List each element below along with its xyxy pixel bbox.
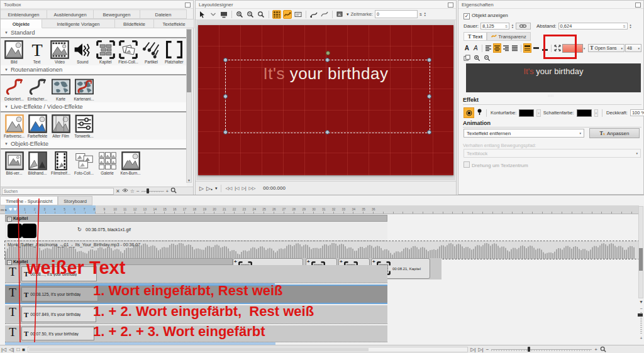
toolbox-item-karte[interactable]: Karte xyxy=(49,77,72,101)
text-item[interactable]: T00:08…, It's your birthday xyxy=(21,266,97,281)
align-justify-button[interactable] xyxy=(511,43,519,53)
toolbox-item-partikel[interactable]: Partikel xyxy=(140,40,162,64)
timeline-vscroll-thumb[interactable] xyxy=(639,248,643,271)
preview-zoom-out-icon[interactable] xyxy=(484,55,491,63)
expand-chapter-icon[interactable]: + xyxy=(307,259,310,264)
collapse-section-icon[interactable]: ▼ xyxy=(4,31,8,35)
font-size-combo[interactable]: 48▾ xyxy=(625,44,641,52)
selection-handle[interactable] xyxy=(325,130,330,134)
text-item[interactable]: T00:07.849, It's your birthday xyxy=(21,307,96,322)
skip-forward-icon[interactable]: ▷| xyxy=(470,347,475,352)
toolbox-tab-bildeffekte[interactable]: Bildeffekte xyxy=(115,19,154,28)
selection-handle[interactable] xyxy=(427,130,431,134)
font-color-swatch[interactable] xyxy=(562,44,583,53)
toolbox-item-bild[interactable]: Bild xyxy=(3,40,25,64)
selection-handle[interactable] xyxy=(223,58,228,62)
timeline-horizontal-scrollbar[interactable] xyxy=(28,347,468,352)
collapse-section-icon[interactable]: ▼ xyxy=(4,142,8,146)
step-forward-button[interactable]: ▷| xyxy=(242,186,246,191)
zoom-in-plus[interactable]: + xyxy=(166,188,169,195)
toolbox-item-video[interactable]: Video xyxy=(48,40,71,64)
slide-stage[interactable]: It's your birthday xyxy=(198,25,453,175)
toolbox-item-kapitel[interactable]: Kapitel xyxy=(94,40,117,64)
toolbox-item-platzhalter[interactable]: Platzhalter xyxy=(163,40,186,64)
thumbnail-size-slider[interactable] xyxy=(142,188,164,194)
skip-start-button[interactable]: ◁◁ xyxy=(225,186,232,191)
toolbox-item-galerie[interactable]: Galerie xyxy=(96,151,119,175)
expand-chapter-icon[interactable]: + xyxy=(340,259,343,264)
toolbox-item-sound[interactable]: Sound xyxy=(71,40,94,64)
timeline-hscroll-thumb[interactable] xyxy=(29,348,369,351)
tl-zoom-minus[interactable]: − xyxy=(486,347,489,352)
preview-zoom-in-icon[interactable] xyxy=(474,55,480,63)
textbox-tool-icon[interactable] xyxy=(294,10,303,19)
zoom-out-minus[interactable]: − xyxy=(136,188,140,195)
tl-vertical-zoom-thumb[interactable] xyxy=(638,313,643,317)
search-input[interactable] xyxy=(2,188,114,195)
toolbox-tab-intelligente-vorlagen[interactable]: Intelligente Vorlagen xyxy=(42,19,115,28)
align-left-button[interactable] xyxy=(484,43,492,53)
toolbox-item-farbeffekte[interactable]: Farbeffekte xyxy=(26,114,49,138)
goto-start-icon[interactable]: |◁ xyxy=(1,347,6,352)
text-row[interactable]: TT00:08…, It's your birthday xyxy=(5,265,387,283)
toolbox-tab-einblendungen[interactable]: Einblendungen xyxy=(1,9,47,19)
toolbox-item-flexi-coll[interactable]: Flexi-Coll... xyxy=(117,40,140,64)
toolbox-scrollbar[interactable]: ▼ xyxy=(186,29,192,183)
toolbox-minimize-icon[interactable] xyxy=(185,3,191,8)
zeitmarke-input[interactable] xyxy=(375,10,418,18)
toolbox-item-ken-burn[interactable]: Ken-Burn... xyxy=(119,151,142,175)
solid-frame-icon[interactable]: ■ xyxy=(22,347,25,352)
valign-middle-button[interactable] xyxy=(532,43,540,53)
zoom-out-icon[interactable] xyxy=(246,10,255,19)
rotation-handle[interactable] xyxy=(326,51,330,55)
skip-forward2-icon[interactable]: ▷| xyxy=(478,347,483,352)
section-header-live-effekte-video-effekte[interactable]: ▼Live-Effekte / Video-Effekte xyxy=(1,102,187,112)
zoom-fit-icon[interactable] xyxy=(257,10,265,19)
timeline-ruler[interactable]: m:s ♥♥ 123456789101112131415161718192021… xyxy=(0,205,639,214)
layoutdesigner-minimize-icon[interactable] xyxy=(448,3,453,8)
solid-color-mode-icon[interactable] xyxy=(464,107,474,118)
valign-bottom-button[interactable] xyxy=(541,43,549,53)
align-center-button[interactable] xyxy=(493,43,501,53)
gradient-mode-icon[interactable] xyxy=(477,109,482,117)
tl-zoom-plus[interactable]: + xyxy=(594,347,597,352)
toolbox-item-bild-ver[interactable]: Bild-ver... xyxy=(3,151,26,175)
show-object-checkbox[interactable]: ✓ xyxy=(464,13,470,19)
anpassen-button[interactable]: Tx Anpassen xyxy=(589,128,640,138)
tl-magnifier-icon[interactable] xyxy=(600,346,606,353)
timeline-vertical-scrollbar[interactable] xyxy=(638,206,643,298)
texteffekt-dropdown[interactable]: Texteffekt entfernen▾ xyxy=(464,129,584,138)
collapse-section-icon[interactable]: ▼ xyxy=(4,68,8,72)
font-family-combo[interactable]: TOpen Sans▾ xyxy=(588,44,625,52)
konturfarbe-swatch[interactable] xyxy=(519,109,534,117)
link-duration-icon[interactable] xyxy=(516,23,531,30)
dauer-spinner[interactable]: ▲▼ xyxy=(511,24,514,29)
properties-minimize-icon[interactable] xyxy=(635,3,641,8)
monitor-icon[interactable] xyxy=(219,10,228,19)
black1x1-label[interactable]: 00:36.075, black1x1.gif xyxy=(86,227,131,232)
copy-format-icon[interactable] xyxy=(464,55,470,63)
skip-end-button[interactable]: ▷▷ xyxy=(249,186,256,191)
favorites-star-icon[interactable]: ☆ xyxy=(130,188,135,195)
play-options-dropdown-icon[interactable]: ▾ xyxy=(215,186,218,191)
toolbox-item-farbversc[interactable]: Farbversc... xyxy=(3,114,26,138)
splitter-grip[interactable]: :::: xyxy=(548,94,554,97)
track2-header[interactable]: − Kapitel xyxy=(5,258,233,265)
dropdown-icon[interactable]: ▾ xyxy=(347,12,349,17)
italic-button[interactable]: A xyxy=(472,43,480,53)
textblock-dropdown[interactable]: Textblock▾ xyxy=(464,149,641,158)
toolbox-item-kartenani[interactable]: Kartenani... xyxy=(72,77,96,101)
zeitmarke-spinner[interactable]: ▲▼ xyxy=(424,12,426,17)
toolbox-item-alter-film[interactable]: Alter Film xyxy=(49,114,72,138)
valign-top-button[interactable] xyxy=(523,43,531,53)
collapse-track1-icon[interactable]: − xyxy=(7,217,12,222)
konturfarbe-dropdown-icon[interactable]: ▾ xyxy=(536,109,541,117)
toolbox-tab-texteffekte[interactable]: Texteffekte xyxy=(154,19,194,28)
drehung-checkbox[interactable] xyxy=(464,161,470,168)
curve-toggle-icon[interactable] xyxy=(283,10,292,19)
abstand-input[interactable]: 0,624s xyxy=(558,23,628,30)
font-color-dropdown-icon[interactable]: ▾ xyxy=(584,46,586,50)
collapse-track2-icon[interactable]: − xyxy=(7,260,12,265)
bold-button[interactable]: A xyxy=(463,43,471,53)
section-header-standard[interactable]: ▼Standard xyxy=(1,28,187,38)
